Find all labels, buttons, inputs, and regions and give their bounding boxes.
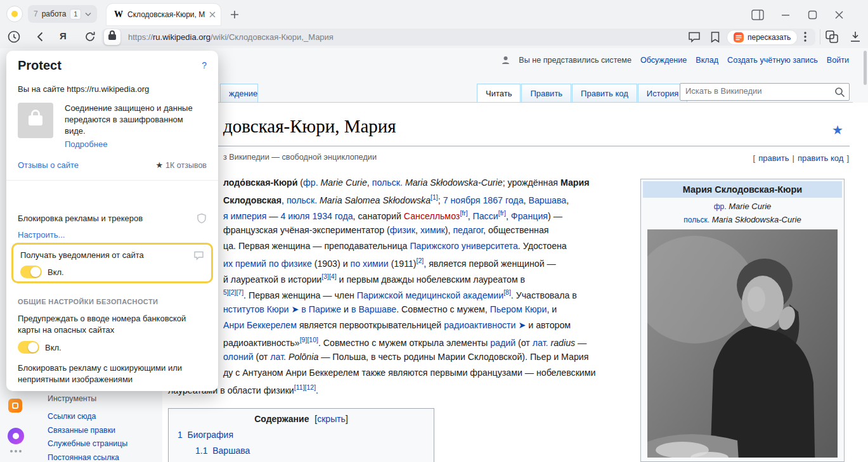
help-link[interactable]: ? (202, 60, 207, 70)
reference-sup[interactable]: [8] (503, 288, 511, 296)
edit-code-link[interactable]: править код (798, 153, 843, 163)
article-link[interactable]: я империя (223, 211, 266, 221)
toc-item[interactable]: 1.1 Варшава (195, 446, 434, 456)
close-window-button[interactable] (831, 8, 846, 21)
article-link[interactable]: лат. (270, 352, 286, 362)
article-link[interactable]: радиоактивности ➤ (444, 320, 526, 330)
personal-link[interactable]: Обсуждение (640, 56, 687, 65)
article-link[interactable]: Франция (511, 211, 548, 221)
article-link[interactable]: Парижского университета (410, 241, 517, 251)
toggle-knob (30, 267, 41, 277)
article-link[interactable]: в Варшаве (351, 304, 396, 314)
page-scrollbar[interactable] (864, 51, 867, 85)
reference-sup[interactable]: [2] (417, 257, 424, 264)
sidebar-link[interactable]: Связанные правки (48, 424, 127, 438)
reference-sup[interactable]: [3][4] (321, 273, 336, 280)
page-tab[interactable]: Читать (477, 84, 521, 102)
reference-sup[interactable]: [9][10] (300, 336, 318, 343)
tab-group-chip[interactable]: 7 работа 1 (28, 5, 97, 23)
article-link[interactable]: Пьером Кюри (490, 304, 547, 314)
page-tab[interactable]: Править код (572, 84, 637, 102)
article-link[interactable]: 1934 года (312, 211, 353, 221)
article-link[interactable]: по химии (351, 259, 389, 269)
toc-hide-link[interactable]: скрыть (317, 414, 346, 424)
tab-discussion-partial[interactable]: ждение (220, 84, 258, 102)
comments-icon[interactable] (688, 31, 701, 43)
personal-link[interactable]: Вклад (696, 56, 718, 65)
article-link[interactable]: их премий по физике (223, 259, 312, 269)
toggle-knob (28, 342, 38, 352)
article-link[interactable]: химик (420, 225, 445, 235)
article-link[interactable]: педагог (453, 225, 483, 235)
notifications-toggle[interactable] (20, 266, 42, 278)
article-line: лодо́вская-Кюри́ (фр. Marie Curie, польс… (223, 177, 590, 188)
article-link[interactable]: нститутов Кюри ➤ (223, 304, 299, 314)
more-menu-icon[interactable] (799, 30, 812, 43)
article-link[interactable]: Варшава (528, 195, 566, 205)
back-button[interactable] (33, 29, 48, 44)
sidebar-link[interactable]: Ссылки сюда (48, 410, 127, 424)
alice-icon[interactable] (8, 428, 24, 444)
article-link[interactable]: 4 июля (280, 211, 309, 221)
personal-link[interactable]: Создать учётную запись (727, 56, 818, 65)
sidebar-more-icon[interactable] (10, 450, 22, 452)
infobox-photo[interactable] (647, 229, 838, 458)
article-line: Анри Беккерелем является первооткрывател… (223, 320, 571, 330)
article-text: , является первой женщиной — (424, 259, 555, 269)
sidebar-link[interactable]: Постоянная ссылка (48, 451, 127, 462)
reference-sup[interactable]: [1] (431, 193, 438, 201)
reference-sup[interactable]: [11][12] (294, 383, 316, 391)
tab-close-icon[interactable] (209, 11, 216, 18)
watchlist-star-icon[interactable]: ★ (832, 122, 843, 138)
article-link[interactable]: олоний (223, 352, 254, 362)
sidebar-link[interactable]: Служебные страницы (48, 437, 127, 451)
new-tab-button[interactable] (226, 6, 243, 23)
reference-sup[interactable]: [fr] (498, 209, 506, 217)
minimize-button[interactable] (778, 8, 793, 21)
article-link[interactable]: польск. (372, 177, 403, 188)
article-link[interactable]: 1867 года (483, 195, 523, 205)
article-link[interactable]: Пасси (473, 211, 498, 221)
lang-fr-link[interactable]: фр. (714, 202, 727, 211)
tabs-panel-icon[interactable] (825, 30, 839, 44)
yandex-home-icon[interactable]: Я (60, 30, 67, 41)
retell-button[interactable]: пересказать (727, 30, 798, 45)
downloads-icon[interactable] (848, 30, 862, 44)
article-link[interactable]: Анри Беккерелем (223, 320, 297, 330)
active-tab[interactable]: W Склодовская-Кюри, Ма (107, 4, 221, 25)
article-text: , (506, 211, 511, 221)
sidebar-orange-service-icon[interactable] (8, 399, 22, 413)
maximize-button[interactable] (805, 8, 820, 21)
lang-pl-link[interactable]: польск. (683, 215, 709, 224)
browser-logo-icon[interactable] (6, 6, 23, 22)
search-icon[interactable] (834, 87, 845, 98)
article-link[interactable]: фр. (303, 177, 318, 188)
edit-link[interactable]: править (758, 153, 789, 163)
reference-sup[interactable]: [fr] (460, 209, 467, 217)
tools-heading[interactable]: Инструменты (48, 394, 127, 403)
card-warning-toggle[interactable] (18, 341, 39, 354)
page-tab[interactable]: Править (521, 84, 571, 102)
reference-sup[interactable]: 5][2][7] (223, 288, 243, 296)
toc-item[interactable]: 1 Биография (178, 430, 434, 440)
article-link[interactable]: радий (490, 338, 515, 348)
protect-lock-button[interactable] (104, 29, 120, 45)
bookmark-flag-icon[interactable] (709, 31, 721, 43)
reload-button[interactable] (82, 29, 98, 44)
article-link[interactable]: лат. (533, 338, 548, 348)
details-link[interactable]: Подробнее (65, 139, 107, 149)
article-link[interactable]: в Париже (301, 304, 341, 314)
clock-icon[interactable] (6, 29, 22, 44)
configure-link[interactable]: Настроить... (18, 230, 65, 240)
personal-link[interactable]: Войти (827, 56, 849, 65)
side-panel-window-icon[interactable] (750, 8, 765, 21)
article-link[interactable]: Парижской медицинской академии (357, 290, 503, 300)
site-reviews-link[interactable]: Отзывы о сайте (18, 160, 79, 170)
search-input[interactable] (685, 86, 830, 96)
url-text[interactable]: https://ru.wikipedia.org/wiki/Склодовска… (128, 32, 334, 42)
article-redlink[interactable]: Санселльмоз (404, 211, 460, 221)
article-link[interactable]: физик (390, 225, 415, 235)
article-link[interactable]: польск. (287, 195, 317, 205)
wiki-search-box[interactable] (680, 83, 850, 101)
article-link[interactable]: 7 ноября (443, 195, 481, 205)
